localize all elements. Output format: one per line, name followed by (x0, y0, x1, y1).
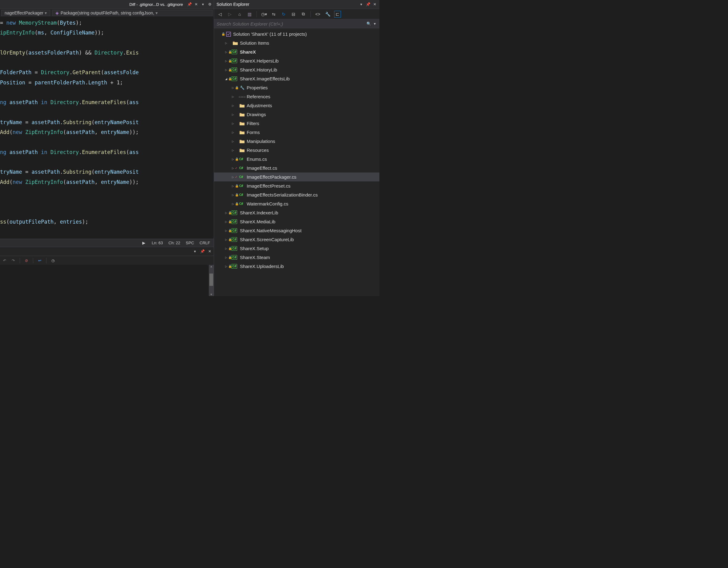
expand-arrow-icon[interactable] (231, 103, 235, 108)
vertical-scrollbar[interactable]: ▲ ▼ (209, 265, 214, 296)
expand-arrow-icon[interactable] (231, 121, 235, 126)
switch-view-icon[interactable]: ▥ (246, 11, 253, 18)
expand-arrow-icon[interactable] (231, 184, 235, 188)
tree-node[interactable]: ✓C#ImageEffect.cs (214, 164, 379, 172)
properties-icon[interactable]: 🔧 (324, 11, 331, 18)
expand-arrow-icon[interactable] (231, 112, 235, 117)
expand-arrow-icon[interactable] (224, 264, 228, 269)
search-icon[interactable]: 🔍 (366, 22, 371, 26)
status-indent[interactable]: SPC (186, 241, 194, 245)
home-icon[interactable]: ⌂ (236, 11, 243, 18)
expand-arrow-icon[interactable] (217, 32, 221, 36)
forward-icon[interactable]: ▷ (226, 11, 233, 18)
tree-node[interactable]: Manipulations (214, 137, 379, 146)
expand-arrow-icon[interactable] (231, 193, 235, 197)
wrap-icon[interactable]: ↩ (38, 258, 42, 263)
tree-node[interactable]: 🔒C#ShareX.Steam (214, 253, 379, 262)
tree-node[interactable]: 🔒C#ShareX.UploadersLib (214, 262, 379, 271)
history-icon[interactable]: ◷ (51, 258, 55, 263)
csharp-project-icon: C# (233, 246, 238, 251)
expand-arrow-icon[interactable] (231, 202, 235, 206)
view-code-icon[interactable]: <> (314, 11, 321, 18)
scrollbar-thumb[interactable] (209, 274, 213, 286)
expand-arrow-icon[interactable] (224, 59, 228, 63)
code-editor[interactable]: = new MemoryStream(Bytes);ipEntryInfo(ms… (0, 17, 214, 239)
tree-node[interactable]: Solution Items (214, 39, 379, 47)
tree-node[interactable]: 🔒C#ShareX.ImageEffectsLib (214, 74, 379, 83)
tree-node-label: ImageEffectsSerializationBinder.cs (247, 192, 318, 197)
expand-arrow-icon[interactable] (231, 166, 235, 170)
tree-node[interactable]: 🔒C#ShareX.MediaLib (214, 217, 379, 226)
expand-arrow-icon[interactable] (224, 211, 228, 215)
scroll-right-icon[interactable]: ▶ (141, 241, 146, 245)
tab-diff[interactable]: Diff - .gitignor...D vs. .gitignore (127, 2, 185, 7)
sync-icon[interactable]: ⇆ (270, 11, 277, 18)
expand-arrow-icon[interactable] (231, 139, 235, 144)
tree-node[interactable]: Forms (214, 128, 379, 137)
tree-node[interactable]: 🔒C#ShareX.IndexerLib (214, 208, 379, 217)
expand-arrow-icon[interactable] (224, 237, 228, 242)
tree-node[interactable]: 🔒Solution 'ShareX' (11 of 11 projects) (214, 30, 379, 39)
tree-node[interactable]: 🔒C#WatermarkConfig.cs (214, 199, 379, 208)
go-next-icon[interactable]: ↷ (11, 258, 15, 263)
expand-arrow-icon[interactable] (224, 68, 228, 72)
expand-arrow-icon[interactable] (231, 148, 235, 152)
preview-icon[interactable]: ⊏ (334, 11, 341, 18)
back-icon[interactable]: ◁ (216, 11, 223, 18)
tree-node-label: ShareX.NativeMessagingHost (240, 228, 301, 233)
tree-node[interactable]: Drawings (214, 110, 379, 119)
status-eol[interactable]: CRLF (200, 241, 210, 245)
clear-list-icon[interactable]: ⊘ (24, 258, 29, 263)
expand-arrow-icon[interactable] (231, 175, 235, 179)
expand-arrow-icon[interactable] (224, 77, 228, 81)
refresh-icon[interactable]: ↻ (280, 11, 287, 18)
tree-node[interactable]: 🔒C#ShareX.HelpersLib (214, 56, 379, 65)
close-panel-icon[interactable]: ✕ (208, 249, 212, 254)
pin-icon[interactable]: 📌 (366, 2, 370, 6)
tree-node[interactable]: 🔒C#ImageEffectPreset.cs (214, 181, 379, 190)
expand-arrow-icon[interactable] (224, 220, 228, 224)
tree-node[interactable]: Resources (214, 146, 379, 155)
nav-class[interactable]: nageEffectPackager ▾ (1, 10, 50, 16)
tree-node-label: ShareX.HistoryLib (240, 67, 277, 72)
tree-node[interactable]: ▭▭References (214, 92, 379, 101)
tree-node[interactable]: 🔒C#ShareX.ScreenCaptureLib (214, 235, 379, 244)
tree-node[interactable]: 🔒C#ShareX.Setup (214, 244, 379, 253)
show-all-icon[interactable]: ⧉ (300, 11, 307, 18)
tree-node[interactable]: 🔒C#ShareX.NativeMessagingHost (214, 226, 379, 235)
tree-node[interactable]: 🔒C#ImageEffectsSerializationBinder.cs (214, 190, 379, 199)
search-input[interactable] (216, 21, 365, 26)
expand-arrow-icon[interactable] (224, 246, 228, 251)
expand-arrow-icon[interactable] (231, 157, 235, 161)
tree-node[interactable]: ✓C#ImageEffectPackager.cs (214, 172, 379, 181)
tree-node[interactable]: 🔒C#Enums.cs (214, 155, 379, 164)
expand-arrow-icon[interactable] (224, 229, 228, 233)
chevron-down-icon[interactable]: ▾ (201, 2, 205, 6)
csharp-project-icon: C# (233, 67, 238, 73)
chevron-down-icon[interactable]: ▾ (359, 2, 363, 6)
history-dropdown-icon[interactable]: ◷▾ (261, 11, 267, 18)
tree-node[interactable]: 🔒C#ShareX (214, 47, 379, 56)
tree-node[interactable]: Filters (214, 119, 379, 128)
expand-arrow-icon[interactable] (224, 255, 228, 260)
solution-explorer-search[interactable]: 🔍 ▾ (214, 19, 379, 28)
collapse-icon[interactable]: ⊟ (290, 11, 297, 18)
pin-icon[interactable]: 📌 (187, 2, 192, 6)
tree-node[interactable]: 🔒🔧Properties (214, 83, 379, 92)
gear-icon[interactable]: ⚙ (208, 2, 212, 6)
close-tab-icon[interactable]: ✕ (194, 2, 198, 6)
close-icon[interactable]: ✕ (373, 2, 377, 6)
search-dropdown-icon[interactable]: ▾ (373, 22, 377, 26)
nav-method[interactable]: ◈Package(string outputFilePath, string c… (52, 10, 212, 16)
expand-arrow-icon[interactable] (231, 95, 235, 99)
expand-arrow-icon[interactable] (231, 130, 235, 135)
go-prev-icon[interactable]: ↶ (2, 258, 7, 263)
expand-arrow-icon[interactable] (224, 41, 228, 45)
expand-arrow-icon[interactable] (231, 86, 235, 90)
expand-arrow-icon[interactable] (224, 50, 228, 54)
tree-node[interactable]: Adjustments (214, 101, 379, 110)
pin-icon[interactable]: 📌 (200, 249, 204, 254)
chevron-down-icon[interactable]: ▾ (193, 249, 197, 254)
solution-tree[interactable]: 🔒Solution 'ShareX' (11 of 11 projects)So… (214, 28, 379, 296)
tree-node[interactable]: 🔒C#ShareX.HistoryLib (214, 65, 379, 74)
